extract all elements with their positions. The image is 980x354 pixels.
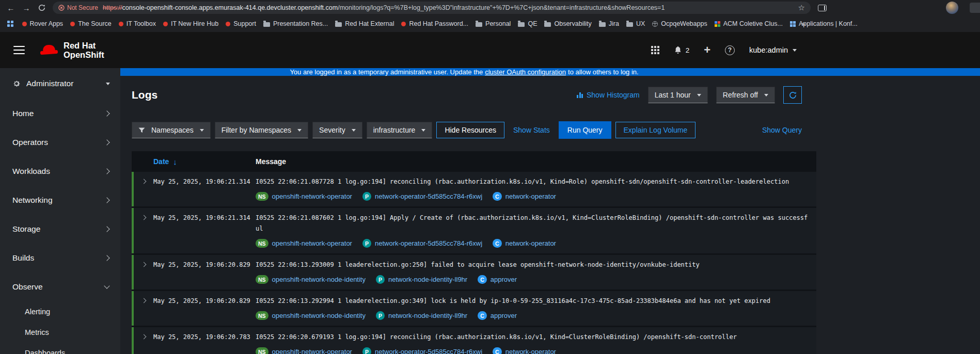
bookmark-item[interactable]: IT New Hire Hub: [160, 19, 222, 29]
apps-grid-icon[interactable]: [7, 21, 13, 27]
container-link[interactable]: approver: [491, 312, 517, 319]
brand-line1: Red Hat: [64, 41, 104, 50]
chevron-right-icon: [104, 168, 109, 174]
hide-resources-button[interactable]: Hide Resources: [436, 122, 504, 138]
grid-blue-favicon-icon: [790, 21, 796, 27]
help-icon[interactable]: ?: [725, 45, 735, 55]
bookmark-item[interactable]: OcpqeWebapps: [649, 19, 710, 29]
explain-log-volume-button[interactable]: Explain Log Volume: [615, 122, 696, 138]
forward-button[interactable]: →: [20, 2, 33, 14]
namespace-link[interactable]: openshift-network-operator: [272, 239, 352, 247]
nav-toggle-button[interactable]: [13, 46, 25, 55]
sidebar-item-observe[interactable]: Observe: [0, 272, 120, 301]
bookmark-item[interactable]: Jira: [595, 19, 623, 29]
bookmark-item[interactable]: ACM Coletive Clus...: [711, 19, 786, 29]
reload-button[interactable]: [35, 2, 49, 14]
container-link[interactable]: network-operator: [505, 348, 556, 354]
side-panel-icon[interactable]: [818, 5, 827, 11]
bookmark-item[interactable]: QE: [514, 19, 541, 29]
bookmark-item[interactable]: Applications | Konf...: [786, 19, 861, 29]
bookmark-item[interactable]: The Source: [67, 19, 115, 29]
notifications-button[interactable]: 2: [674, 46, 690, 54]
url-scheme: https://: [103, 4, 122, 11]
address-bar[interactable]: Not Secure https://console-openshift-con…: [53, 2, 811, 14]
container-badge: C: [493, 239, 502, 248]
browser-profile-avatar[interactable]: [946, 2, 958, 14]
sidebar-subitem-alerting[interactable]: Alerting: [0, 301, 120, 322]
run-query-button[interactable]: Run Query: [559, 121, 611, 139]
page-title: Logs: [132, 89, 157, 101]
show-query-link[interactable]: Show Query: [762, 126, 802, 134]
container-badge: C: [478, 275, 487, 284]
oauth-config-link[interactable]: cluster OAuth configuration: [485, 68, 566, 76]
bookmark-label: Observability: [554, 20, 591, 27]
sidebar-item-workloads[interactable]: Workloads: [0, 157, 120, 186]
browser-menu-icon[interactable]: [970, 3, 980, 13]
notification-count: 2: [686, 46, 690, 54]
log-message: I0525 22:06:13.293009 1 leaderelection.g…: [256, 260, 809, 270]
user-menu[interactable]: kube:admin: [749, 46, 797, 54]
severity-select[interactable]: Severity: [312, 122, 362, 138]
log-message: I0525 22:06:21.087602 1 log.go:194] Appl…: [256, 213, 809, 234]
pod-link[interactable]: network-operator-5d585cc784-r6xwj: [375, 192, 482, 200]
refresh-interval-select[interactable]: Refresh off: [716, 87, 775, 103]
filter-by-namespaces-select[interactable]: Filter by Namespaces: [215, 122, 308, 138]
show-stats-link[interactable]: Show Stats: [513, 126, 550, 134]
sidebar-item-builds[interactable]: Builds: [0, 244, 120, 272]
pod-link[interactable]: network-operator-5d585cc784-r6xwj: [375, 239, 482, 247]
expand-row-button[interactable]: [134, 296, 153, 321]
bookmark-item[interactable]: Red Hat Password...: [398, 19, 472, 29]
bookmark-item[interactable]: Support: [222, 19, 260, 29]
bookmark-item[interactable]: Personal: [472, 19, 514, 29]
date-column-header[interactable]: Date ↓: [153, 157, 256, 166]
namespace-link[interactable]: openshift-network-operator: [272, 192, 352, 200]
bookmarks-overflow-chevron[interactable]: »: [801, 20, 805, 28]
sidebar-nav: HomeOperatorsWorkloadsNetworkingStorageB…: [0, 99, 120, 354]
bookmark-item[interactable]: UX: [623, 19, 649, 29]
log-date: May 25, 2025, 19:06:21.314: [153, 213, 256, 249]
not-secure-label: Not Secure: [67, 4, 98, 11]
app-launcher-icon[interactable]: [651, 46, 659, 54]
bookmark-item[interactable]: Red Hat External: [331, 19, 398, 29]
username: kube:admin: [749, 46, 788, 54]
sidebar-item-home[interactable]: Home: [0, 99, 120, 128]
sidebar-item-storage[interactable]: Storage: [0, 215, 120, 244]
sidebar-item-operators[interactable]: Operators: [0, 128, 120, 157]
time-range-value: Last 1 hour: [655, 91, 691, 99]
sidebar-subitem-dashboards[interactable]: Dashboards: [0, 343, 120, 354]
masthead-actions: 2 + ? kube:admin: [651, 44, 797, 56]
namespaces-filter-select[interactable]: Namespaces: [132, 122, 211, 138]
globe-favicon-icon: [652, 21, 658, 27]
bookmark-item[interactable]: Rover Apps: [19, 19, 67, 29]
container-link[interactable]: network-operator: [505, 239, 556, 247]
not-secure-badge[interactable]: Not Secure: [58, 4, 98, 11]
pod-link[interactable]: network-operator-5d585cc784-r6xwj: [375, 348, 482, 354]
quick-create-icon[interactable]: +: [704, 44, 710, 56]
bookmark-item[interactable]: IT Toolbox: [115, 19, 160, 29]
pod-link[interactable]: network-node-identity-ll9hr: [388, 276, 467, 283]
expand-row-button[interactable]: [134, 332, 153, 354]
folder-favicon-icon: [335, 22, 342, 27]
pod-link[interactable]: network-node-identity-ll9hr: [388, 312, 467, 319]
refresh-button[interactable]: [783, 86, 802, 104]
expand-row-button[interactable]: [134, 260, 153, 285]
time-range-select[interactable]: Last 1 hour: [648, 87, 708, 103]
sidebar-item-networking[interactable]: Networking: [0, 186, 120, 215]
namespace-link[interactable]: openshift-network-node-identity: [272, 276, 366, 283]
bookmark-label: Support: [233, 20, 256, 27]
tenant-select[interactable]: infrastructure: [367, 122, 433, 138]
show-histogram-link[interactable]: Show Histogram: [577, 91, 640, 99]
container-link[interactable]: approver: [491, 276, 517, 283]
namespace-link[interactable]: openshift-network-operator: [272, 348, 352, 354]
expand-row-button[interactable]: [134, 213, 153, 249]
bookmark-star-icon[interactable]: ☆: [798, 3, 805, 12]
perspective-switcher[interactable]: Administrator: [0, 68, 120, 99]
bookmark-item[interactable]: Presentation Res...: [260, 19, 331, 29]
sidebar-subitem-metrics[interactable]: Metrics: [0, 322, 120, 343]
expand-row-button[interactable]: [134, 176, 153, 202]
container-link[interactable]: network-operator: [505, 192, 556, 200]
bookmark-item[interactable]: Observability: [541, 19, 595, 29]
back-button[interactable]: ←: [4, 2, 18, 14]
namespace-link[interactable]: openshift-network-node-identity: [272, 312, 366, 319]
resource-namespace: NSopenshift-network-node-identity: [256, 311, 366, 320]
